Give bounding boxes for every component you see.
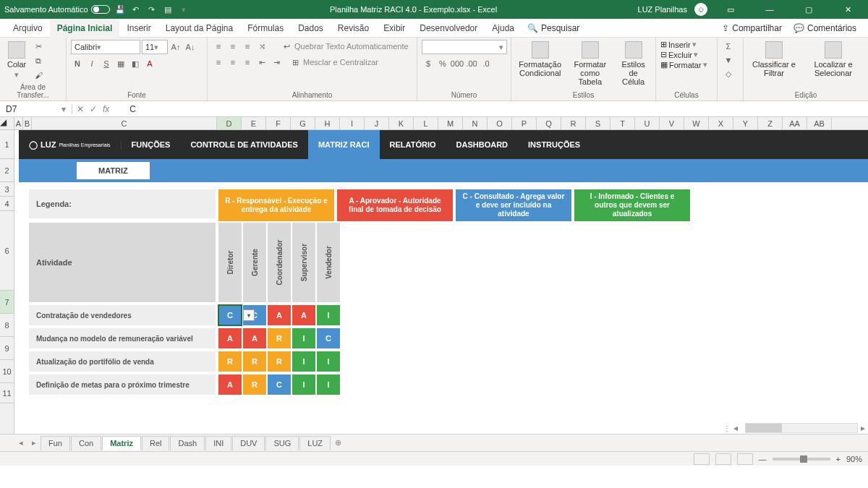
sheet-tab-dash[interactable]: Dash	[170, 436, 205, 450]
row-header-10[interactable]: 10	[0, 360, 14, 383]
fx-icon[interactable]: fx	[103, 104, 109, 114]
row-header-6[interactable]: 6	[0, 211, 14, 291]
raci-cell[interactable]: R	[218, 351, 242, 372]
new-sheet-icon[interactable]: ⊕	[331, 438, 344, 448]
italic-icon[interactable]: I	[85, 57, 98, 70]
fill-icon[interactable]: ▼	[722, 53, 735, 67]
view-layout-icon[interactable]	[715, 453, 731, 465]
col-header-S[interactable]: S	[586, 117, 610, 129]
col-header-N[interactable]: N	[463, 117, 488, 129]
cell-styles-button[interactable]: Estilos de Célula	[616, 40, 651, 87]
raci-cell[interactable]: R	[268, 328, 291, 348]
search-box[interactable]: 🔍Pesquisar	[522, 23, 585, 33]
tab-desenvolvedor[interactable]: Desenvolvedor	[412, 19, 485, 38]
tab-next-icon[interactable]: ▸	[27, 438, 41, 448]
col-header-P[interactable]: P	[512, 117, 537, 129]
scroll-left-icon[interactable]: ◂	[731, 423, 741, 433]
row-header-3[interactable]: 3	[0, 182, 14, 197]
col-header-X[interactable]: X	[709, 117, 733, 129]
row-header-2[interactable]: 2	[0, 159, 14, 182]
conditional-format-button[interactable]: Formatação Condicional	[516, 40, 564, 79]
share-button[interactable]: ⇪Compartilhar	[716, 23, 788, 33]
select-all-triangle[interactable]: ◢	[0, 117, 14, 130]
raci-cell[interactable]: I	[317, 374, 340, 395]
raci-cell[interactable]: I	[317, 305, 340, 325]
format-table-button[interactable]: Formatar como Tabela	[567, 40, 613, 87]
tab-pagina-inicial[interactable]: Página Inicial	[50, 19, 120, 38]
scroll-right-icon[interactable]: ▸	[858, 423, 868, 433]
raci-cell[interactable]: A	[218, 374, 242, 395]
col-header-AA[interactable]: AA	[783, 117, 807, 129]
qat-dropdown-icon[interactable]: ▾	[178, 4, 190, 15]
tab-prev-icon[interactable]: ◂	[14, 438, 27, 448]
clear-icon[interactable]: ◇	[722, 67, 735, 80]
tab-ajuda[interactable]: Ajuda	[485, 19, 522, 38]
col-header-Y[interactable]: Y	[733, 117, 758, 129]
col-header-Q[interactable]: Q	[537, 117, 561, 129]
col-header-M[interactable]: M	[438, 117, 463, 129]
copy-icon[interactable]: ⧉	[32, 54, 45, 67]
col-header-C[interactable]: C	[32, 117, 217, 129]
sheet-tab-con[interactable]: Con	[71, 436, 101, 450]
underline-icon[interactable]: S	[100, 57, 113, 70]
close-icon[interactable]: ✕	[832, 0, 864, 19]
comments-button[interactable]: 💬Comentários	[788, 23, 862, 33]
col-header-A[interactable]: A	[14, 117, 23, 129]
col-header-B[interactable]: B	[23, 117, 32, 129]
row-header-8[interactable]: 8	[0, 314, 14, 337]
align-right-icon[interactable]: ≡	[241, 56, 254, 69]
row-header-7[interactable]: 7	[0, 291, 14, 314]
sheet-tab-fun[interactable]: Fun	[41, 436, 70, 450]
col-header-F[interactable]: F	[266, 117, 291, 129]
view-break-icon[interactable]	[737, 453, 753, 465]
inc-decimal-icon[interactable]: .00	[465, 57, 478, 70]
col-header-D[interactable]: D	[217, 117, 242, 129]
save-icon[interactable]: 💾	[114, 4, 126, 15]
tab-inserir[interactable]: Inserir	[119, 19, 158, 38]
delete-cells-button[interactable]: ⊟ Excluir ▾	[660, 50, 698, 59]
sheet-tab-sug[interactable]: SUG	[265, 436, 299, 450]
zoom-in-icon[interactable]: +	[836, 455, 841, 463]
raci-cell[interactable]: A	[218, 328, 242, 348]
touch-icon[interactable]: ▤	[162, 4, 174, 15]
accept-formula-icon[interactable]: ✓	[90, 104, 97, 114]
account-name[interactable]: LUZ Planilhas	[638, 5, 687, 14]
nav-controle[interactable]: CONTROLE DE ATIVIDADES	[180, 130, 308, 159]
bold-icon[interactable]: N	[71, 57, 84, 70]
border-icon[interactable]: ▦	[114, 57, 127, 70]
nav-dashboard[interactable]: DASHBOARD	[446, 130, 519, 159]
zoom-level[interactable]: 90%	[846, 455, 862, 463]
cancel-formula-icon[interactable]: ✕	[77, 104, 84, 114]
raci-cell[interactable]: I	[317, 351, 340, 372]
raci-cell[interactable]: A	[292, 305, 315, 325]
nav-funcoes[interactable]: FUNÇÕES	[122, 130, 181, 159]
merge-center-button[interactable]: Mesclar e Centralizar	[303, 58, 378, 67]
format-cells-button[interactable]: ▦ Formatar ▾	[660, 60, 707, 69]
currency-icon[interactable]: $	[422, 57, 435, 70]
raci-cell[interactable]: R	[243, 351, 266, 372]
tab-dados[interactable]: Dados	[291, 19, 331, 38]
dec-indent-icon[interactable]: ⇤	[255, 56, 268, 69]
minimize-icon[interactable]: —	[754, 0, 786, 19]
name-box[interactable]: D7▾	[0, 104, 72, 114]
tab-revisao[interactable]: Revisão	[331, 19, 376, 38]
align-bot-icon[interactable]: ≡	[241, 40, 254, 53]
zoom-slider[interactable]	[773, 458, 830, 461]
raci-cell[interactable]: C	[268, 374, 291, 395]
raci-cell[interactable]: I	[292, 328, 315, 348]
decrease-font-icon[interactable]: A↓	[184, 40, 197, 53]
ribbon-options-icon[interactable]: ▭	[715, 0, 746, 19]
tab-layout[interactable]: Layout da Página	[158, 19, 240, 38]
horizontal-scrollbar[interactable]: ⋮ ◂ ▸	[14, 422, 868, 434]
raci-cell[interactable]: A	[268, 305, 291, 325]
zoom-out-icon[interactable]: —	[759, 455, 767, 463]
raci-cell[interactable]: R	[243, 374, 266, 395]
raci-cell[interactable]: C	[317, 328, 340, 348]
align-top-icon[interactable]: ≡	[212, 40, 225, 53]
autosum-icon[interactable]: Σ	[722, 40, 735, 53]
tab-formulas[interactable]: Fórmulas	[240, 19, 291, 38]
raci-cell[interactable]: A	[243, 328, 266, 348]
raci-cell[interactable]: C▾	[218, 305, 242, 325]
redo-icon[interactable]: ↷	[146, 4, 158, 15]
row-header-11[interactable]: 11	[0, 383, 14, 403]
